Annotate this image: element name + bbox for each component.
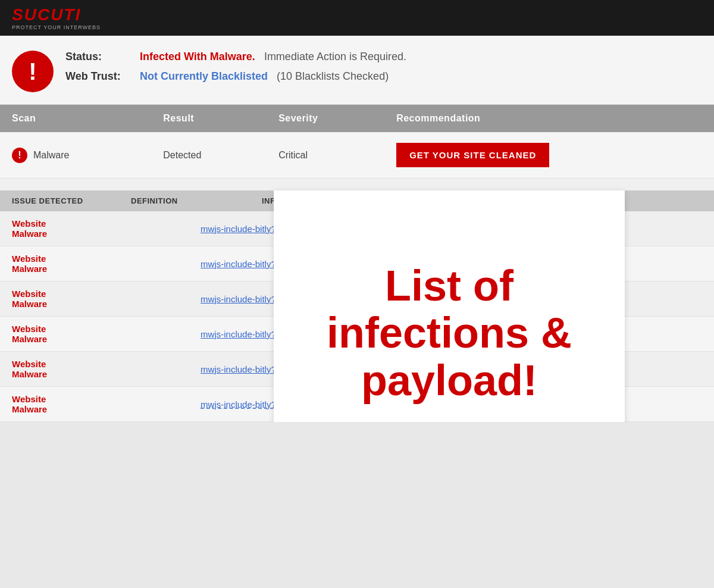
logo-text: SUCUTI bbox=[12, 5, 101, 24]
definition-link[interactable]: mwjs-include-bitly?v8 bbox=[201, 329, 286, 339]
alert-icon: ! bbox=[12, 51, 54, 92]
issue-type: WebsiteMalware bbox=[12, 289, 47, 309]
issue-type-cell: WebsiteMalware bbox=[0, 317, 189, 352]
site-header: SUCUTI PROTECT YOUR INTERWEBS bbox=[0, 0, 714, 36]
blacklist-count: (10 Blacklists Checked) bbox=[277, 70, 389, 83]
main-content: ! Status: Infected With Malware. Immedia… bbox=[0, 36, 714, 422]
definition-header: DEFINITION bbox=[131, 196, 262, 205]
issues-section: ISSUE DETECTED DEFINITION INFECTED URL W… bbox=[0, 190, 714, 422]
issue-type-cell: WebsiteMalware bbox=[0, 246, 189, 282]
status-details: Status: Infected With Malware. Immediate… bbox=[65, 48, 696, 90]
issue-detected-header: ISSUE DETECTED bbox=[12, 196, 131, 205]
issue-type-cell: WebsiteMalware bbox=[0, 282, 189, 317]
malware-alert-icon: ! bbox=[12, 148, 27, 163]
logo: SUCUTI PROTECT YOUR INTERWEBS bbox=[12, 5, 101, 30]
issue-type: WebsiteMalware bbox=[12, 324, 47, 344]
exclamation-icon: ! bbox=[29, 60, 36, 83]
status-infected: Infected With Malware. bbox=[140, 51, 255, 63]
get-site-cleaned-button[interactable]: GET YOUR SITE CLEANED bbox=[396, 143, 549, 167]
malware-scan-cell: ! Malware bbox=[0, 132, 151, 179]
logo-tagline: PROTECT YOUR INTERWEBS bbox=[12, 24, 101, 30]
status-action: Immediate Action is Required. bbox=[264, 51, 406, 63]
result-col-header: Result bbox=[151, 105, 267, 132]
definition-link[interactable]: mwjs-include-bitly?v8 bbox=[201, 294, 286, 304]
status-label: Status: bbox=[65, 51, 131, 63]
malware-scan-row: ! Malware Detected Critical GET YOUR SIT… bbox=[0, 132, 714, 179]
scan-row-icon-container: ! Malware bbox=[12, 148, 69, 163]
definition-link[interactable]: mwjs-include-bitly?v8 bbox=[201, 224, 286, 234]
list-overlay: List of infections & payload! bbox=[274, 190, 625, 422]
web-trust-label: Web Trust: bbox=[65, 70, 131, 83]
issue-type-cell: WebsiteMalware bbox=[0, 211, 189, 246]
status-row: Status: Infected With Malware. Immediate… bbox=[65, 51, 696, 63]
issue-type: WebsiteMalware bbox=[12, 359, 47, 379]
severity-col-header: Severity bbox=[267, 105, 384, 132]
definition-link[interactable]: mwjs-include-bitly?v8 bbox=[201, 399, 286, 409]
issue-type: WebsiteMalware bbox=[12, 254, 47, 274]
issue-type: WebsiteMalware bbox=[12, 218, 47, 239]
logo-s: S bbox=[12, 5, 24, 24]
scan-col-header: Scan bbox=[0, 105, 151, 132]
recommendation-cell: GET YOUR SITE CLEANED bbox=[384, 132, 714, 179]
malware-label: Malware bbox=[33, 150, 69, 161]
logo-rest: UCUTI bbox=[24, 5, 82, 24]
definition-link[interactable]: mwjs-include-bitly?v8 bbox=[201, 364, 286, 374]
severity-cell: Critical bbox=[267, 132, 384, 179]
recommendation-col-header: Recommendation bbox=[384, 105, 714, 132]
blacklist-status: Not Currently Blacklisted bbox=[140, 70, 268, 83]
definition-link[interactable]: mwjs-include-bitly?v8 bbox=[201, 259, 286, 269]
issue-type-cell: WebsiteMalware bbox=[0, 387, 189, 422]
scan-table-header-row: Scan Result Severity Recommendation bbox=[0, 105, 714, 132]
result-cell: Detected bbox=[151, 132, 267, 179]
issue-type-cell: WebsiteMalware bbox=[0, 352, 189, 387]
scan-table: Scan Result Severity Recommendation ! Ma… bbox=[0, 105, 714, 179]
issue-type: WebsiteMalware bbox=[12, 394, 47, 414]
web-trust-row: Web Trust: Not Currently Blacklisted (10… bbox=[65, 70, 696, 83]
overlay-text: List of infections & payload! bbox=[274, 251, 625, 416]
status-section: ! Status: Infected With Malware. Immedia… bbox=[0, 36, 714, 105]
